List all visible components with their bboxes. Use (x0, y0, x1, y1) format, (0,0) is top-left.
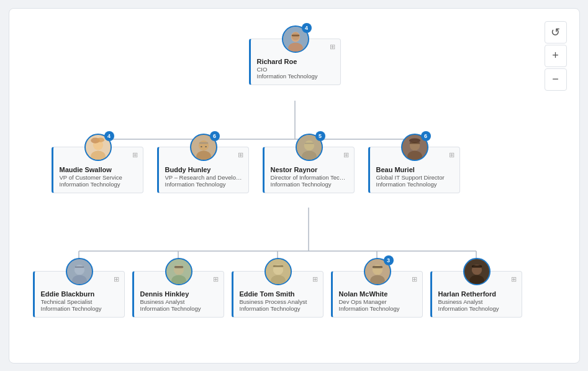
card-name-harlan: Harlan Retherford (438, 290, 515, 298)
card-dept-eddie-ts: Information Technology (240, 305, 317, 312)
node-beau-muriel[interactable]: 6 ⊞ Beau Muriel Global IT Support Direct… (368, 147, 460, 193)
card-dept-dennis: Information Technology (140, 305, 217, 312)
svg-point-30 (304, 140, 314, 150)
svg-point-24 (198, 140, 208, 150)
card-icon-beau: ⊞ (449, 151, 455, 159)
card-name-root: Richard Roe (257, 58, 334, 65)
card-name-eddie-ts: Eddie Tom Smith (240, 290, 317, 298)
svg-point-27 (201, 146, 202, 147)
svg-point-39 (74, 265, 84, 275)
svg-rect-41 (75, 266, 84, 267)
card-dept-buddy: Information Technology (165, 181, 242, 188)
card-title-dennis: Business Analyst (140, 298, 217, 305)
avatar-harlan-retherford (463, 258, 491, 285)
card-title-nestor: Director of Information Tech... (271, 174, 348, 181)
svg-rect-17 (291, 34, 299, 36)
zoom-in-button[interactable]: + (545, 45, 567, 67)
card-name-nolan: Nolan McWhite (339, 290, 416, 298)
svg-point-36 (409, 138, 420, 142)
card-title-beau: Global IT Support Director (376, 174, 453, 181)
node-root[interactable]: 4 ⊞ Richard Roe CIO Information Technolo… (249, 39, 341, 85)
card-dept-maudie: Information Technology (60, 181, 137, 188)
card-name-beau: Beau Muriel (376, 166, 453, 173)
zoom-out-button[interactable]: − (545, 68, 567, 91)
card-name-nestor: Nestor Raynor (271, 166, 348, 173)
node-maudie-swallow[interactable]: 4 ⊞ Maudie Swallow VP of Customer Servic… (52, 147, 143, 193)
badge-nestor: 5 (315, 131, 325, 141)
node-nolan-mcwhite[interactable]: 3 ⊞ Nolan McWhite Dev Ops Manager Inform… (331, 271, 423, 318)
svg-rect-49 (273, 265, 283, 267)
card-title-harlan: Business Analyst (438, 298, 515, 305)
avatar-beau-muriel: 6 (401, 134, 428, 161)
card-title-maudie: VP of Customer Service (60, 174, 137, 181)
card-dept-root: Information Technology (257, 73, 334, 80)
card-title-root: CIO (257, 66, 334, 73)
card-icon-root: ⊞ (330, 43, 335, 51)
badge-count: 4 (302, 23, 312, 33)
card-icon-dennis: ⊞ (213, 275, 219, 283)
svg-point-28 (205, 146, 207, 147)
card-title-buddy: VP – Research and Development (165, 174, 242, 181)
avatar-buddy-hunley: 6 (190, 134, 217, 161)
node-nestor-raynor[interactable]: 5 ⊞ Nestor Raynor Director of Informatio… (263, 147, 355, 193)
card-dept-nestor: Information Technology (271, 181, 348, 188)
card-icon-buddy: ⊞ (238, 151, 243, 159)
svg-point-22 (96, 137, 104, 142)
avatar-maudie-swallow: 4 (84, 134, 112, 161)
avatar-richard-roe: 4 (282, 25, 309, 53)
badge-nolan: 3 (384, 255, 394, 265)
card-icon-harlan: ⊞ (511, 275, 517, 283)
card-dept-harlan: Information Technology (438, 305, 515, 312)
avatar-nestor-raynor: 5 (296, 134, 323, 161)
avatar-nolan-mcwhite: 3 (364, 258, 391, 285)
badge-buddy: 6 (210, 131, 220, 141)
svg-rect-37 (409, 142, 419, 144)
card-icon-eddie-ts: ⊞ (312, 275, 318, 283)
card-dept-nolan: Information Technology (339, 305, 416, 312)
card-icon-maudie: ⊞ (132, 151, 138, 159)
card-icon-nolan: ⊞ (412, 275, 417, 283)
card-name-eddie-b: Eddie Blackburn (41, 290, 118, 298)
svg-rect-57 (471, 265, 481, 268)
card-icon-eddie-b: ⊞ (114, 275, 119, 283)
node-eddie-blackburn[interactable]: ⊞ Eddie Blackburn Technical Specialist I… (33, 271, 125, 318)
org-chart-container: ↺ + − 4 (9, 8, 580, 364)
zoom-controls: ↺ + − (545, 21, 567, 91)
avatar-eddie-tom-smith (265, 258, 292, 285)
card-title-eddie-b: Technical Specialist (41, 298, 118, 305)
node-eddie-tom-smith[interactable]: ⊞ Eddie Tom Smith Business Process Analy… (232, 271, 323, 318)
badge-beau: 6 (421, 131, 431, 141)
svg-rect-53 (372, 265, 382, 268)
avatar-eddie-blackburn (66, 258, 93, 285)
node-harlan-retherford[interactable]: ⊞ Harlan Retherford Business Analyst Inf… (430, 271, 522, 318)
node-buddy-hunley[interactable]: 6 ⊞ Buddy Hunley VP – Research and Devel… (157, 147, 249, 193)
svg-rect-32 (304, 142, 314, 144)
card-icon-nestor: ⊞ (343, 151, 349, 159)
card-dept-eddie-b: Information Technology (41, 305, 118, 312)
badge-maudie: 4 (104, 131, 114, 141)
svg-rect-45 (174, 265, 183, 268)
card-title-nolan: Dev Ops Manager (339, 298, 416, 305)
card-name-maudie: Maudie Swallow (60, 166, 137, 173)
card-name-dennis: Dennis Hinkley (140, 290, 217, 298)
reset-button[interactable]: ↺ (545, 21, 567, 44)
svg-rect-26 (199, 142, 208, 144)
card-dept-beau: Information Technology (376, 181, 453, 188)
card-name-buddy: Buddy Hunley (165, 166, 242, 173)
avatar-dennis-hinkley (165, 258, 192, 285)
node-dennis-hinkley[interactable]: ⊞ Dennis Hinkley Business Analyst Inform… (132, 271, 224, 318)
card-title-eddie-ts: Business Process Analyst (240, 298, 317, 305)
